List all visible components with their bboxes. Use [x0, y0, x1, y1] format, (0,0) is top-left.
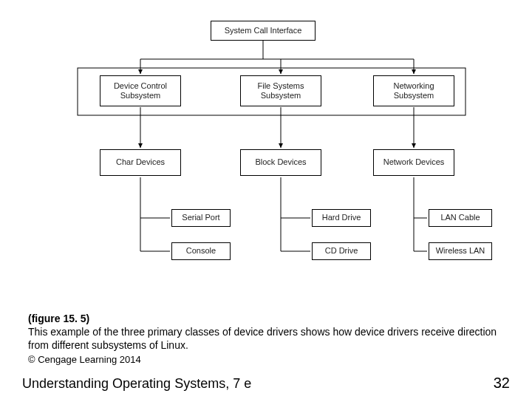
box-device-control-subsystem: Device Control Subsystem	[100, 75, 181, 106]
diagram-area: System Call Interface Device Control Sub…	[0, 0, 532, 310]
figure-label: (figure 15. 5)	[28, 313, 89, 324]
box-file-systems-subsystem: File Systems Subsystem	[240, 75, 321, 106]
box-wireless-lan: Wireless LAN	[429, 242, 492, 260]
box-console: Console	[171, 242, 231, 260]
box-serial-port: Serial Port	[171, 209, 231, 227]
box-networking-subsystem: Networking Subsystem	[373, 75, 454, 106]
slide-footer: Understanding Operating Systems, 7 e 32	[22, 375, 510, 392]
box-cd-drive: CD Drive	[312, 242, 371, 260]
figure-text: This example of the three primary classe…	[28, 326, 497, 351]
page-number: 32	[494, 375, 510, 392]
box-lan-cable: LAN Cable	[429, 209, 492, 227]
box-hard-drive: Hard Drive	[312, 209, 371, 227]
box-system-call-interface: System Call Interface	[211, 21, 316, 41]
box-char-devices: Char Devices	[100, 149, 181, 176]
box-block-devices: Block Devices	[240, 149, 321, 176]
box-network-devices: Network Devices	[373, 149, 454, 176]
copyright: © Cengage Learning 2014	[28, 354, 501, 366]
book-title: Understanding Operating Systems, 7 e	[22, 376, 251, 392]
figure-caption: (figure 15. 5) This example of the three…	[28, 312, 501, 366]
